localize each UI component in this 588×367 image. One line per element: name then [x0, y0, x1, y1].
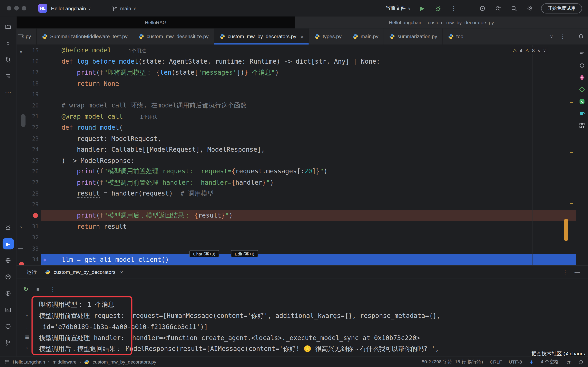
code-line-15[interactable]: 15@before_model1个用法: [17, 45, 576, 56]
caret-position[interactable]: 50:2 (298 字符, 16 行 换行符): [422, 359, 483, 365]
line-number[interactable]: 17: [17, 69, 39, 75]
code-line-26[interactable]: 26 print(f"模型调用前置处理 request: request={re…: [17, 166, 576, 177]
scroll-up-icon[interactable]: ↑: [26, 311, 28, 321]
breadcrumb-project[interactable]: HelloLangchain: [13, 359, 45, 365]
inspections-widget[interactable]: ⚠ 4 ⚠ 8 ∧ ∨: [510, 47, 548, 54]
code-with-me-icon[interactable]: [494, 4, 502, 12]
code-line-18[interactable]: 18 return None: [17, 78, 576, 89]
run-tool-icon[interactable]: ▶: [2, 238, 14, 249]
stop-icon[interactable]: ■: [35, 286, 41, 292]
pull-requests-tool-icon[interactable]: [2, 54, 14, 65]
line-number[interactable]: 25: [17, 158, 39, 164]
breadcrumb-file[interactable]: custom_mw_by_decorators.py: [93, 359, 156, 365]
code-line-17[interactable]: 17 print(f"即将调用模型： {len(state['messages'…: [17, 67, 576, 78]
code-line-21[interactable]: 21@wrap_model_call1个用法: [17, 111, 576, 122]
code-line-34[interactable]: 34◆llm = get_ali_model_client(): [17, 254, 576, 265]
problems-tool-icon[interactable]: [2, 320, 14, 332]
code-line-29[interactable]: 29: [17, 199, 576, 210]
ai-chat-button[interactable]: Chat (⌘+J): [190, 250, 219, 257]
structure-tool-icon[interactable]: [2, 70, 14, 82]
breadcrumb-folder[interactable]: middleware: [52, 359, 76, 365]
debug-button[interactable]: [434, 4, 442, 12]
settings-gear-icon[interactable]: [525, 4, 534, 12]
services-tool-icon[interactable]: [2, 288, 14, 299]
line-number[interactable]: 29: [17, 201, 39, 207]
ai-edit-button[interactable]: Edit (⌘+I): [231, 250, 258, 257]
tab-types.py[interactable]: types.py: [309, 29, 347, 45]
tab-s.py[interactable]: s.py: [17, 29, 37, 45]
notifications-bell-icon[interactable]: [578, 33, 584, 40]
rerun-icon[interactable]: ↻: [22, 286, 29, 293]
line-number[interactable]: 26: [17, 169, 39, 175]
project-selector[interactable]: HelloLangchain ∨: [51, 6, 91, 11]
file-encoding[interactable]: UTF-8: [509, 359, 522, 365]
tab-too[interactable]: too: [443, 29, 469, 45]
code-editor[interactable]: 15@before_model1个用法16def log_before_mode…: [17, 45, 576, 265]
plugin-gem-icon[interactable]: [578, 85, 586, 93]
commit-tool-icon[interactable]: [2, 38, 14, 49]
line-number[interactable]: 16: [17, 58, 39, 64]
prev-problem-icon[interactable]: ∧: [537, 48, 540, 53]
code-line-16[interactable]: 16def log_before_model(state: AgentState…: [17, 56, 576, 67]
next-problem-icon[interactable]: ∨: [543, 48, 546, 53]
fold-collapsed-icon[interactable]: ›: [20, 225, 22, 230]
tab-summarization.py[interactable]: summarization.py: [384, 29, 443, 45]
ai-assistant-gutter-icon[interactable]: ◆: [43, 257, 46, 262]
line-number[interactable]: 22: [17, 125, 39, 131]
hide-tool-window-icon[interactable]: —: [575, 269, 580, 275]
line-number[interactable]: 20: [17, 103, 39, 108]
zoom-window-button[interactable]: [22, 6, 26, 10]
project-tool-icon[interactable]: [2, 21, 14, 32]
branch-selector[interactable]: main ∨: [112, 5, 136, 11]
info-circle-icon[interactable]: [578, 359, 584, 365]
ai-star-icon[interactable]: [529, 359, 534, 365]
collapse-icon[interactable]: ›: [26, 342, 28, 353]
debug-tool-icon[interactable]: [2, 222, 14, 233]
fold-chevron-icon[interactable]: ∨: [20, 49, 23, 54]
code-line-27[interactable]: 27 print(f"模型调用前置处理 handler: handler={ha…: [17, 177, 576, 188]
scrollbar-mark[interactable]: [564, 219, 568, 241]
run-options-kebab-icon[interactable]: ⋮: [562, 269, 568, 275]
code-line-24[interactable]: 24 handler: Callable[[ModelRequest], Mod…: [17, 144, 576, 155]
plugin-cup-icon[interactable]: [578, 109, 586, 117]
code-line-22[interactable]: 22def round_model(: [17, 122, 576, 133]
code-line-19[interactable]: 19: [17, 89, 576, 100]
code-line-23[interactable]: 23 request: ModelRequest,: [17, 133, 576, 144]
minimize-window-button[interactable]: [14, 6, 19, 10]
scroll-down-icon[interactable]: ↓: [26, 321, 28, 332]
code-line-20[interactable]: 20# wrap_model_call 环绕, 在model调用前后都执行这个函…: [17, 100, 576, 111]
code-line-30[interactable]: print(f"模型调用后，模型返回结果： {result}"): [17, 210, 576, 221]
terminal-tool-icon[interactable]: [2, 304, 14, 315]
ai-actions-icon[interactable]: [578, 49, 586, 57]
line-number[interactable]: 27: [17, 179, 39, 185]
code-line-31[interactable]: 31 return result: [17, 221, 576, 232]
code-line-25[interactable]: 25) -> ModelResponse:: [17, 155, 576, 166]
line-number[interactable]: 34: [17, 257, 39, 262]
tab-main.py[interactable]: main.py: [347, 29, 384, 45]
tab-custom_mw_desensitize.py[interactable]: custom_mw_desensitize.py: [133, 29, 214, 45]
plugin-terminal-icon[interactable]: [578, 98, 586, 105]
packages-tool-icon[interactable]: [2, 271, 14, 282]
tab-list-chevron-icon[interactable]: ∨: [550, 34, 553, 39]
close-run-tab-icon[interactable]: ×: [120, 269, 123, 275]
breakpoint-icon[interactable]: [19, 262, 24, 265]
search-icon[interactable]: [510, 4, 518, 12]
line-number[interactable]: 24: [17, 147, 39, 152]
plugin-flower-icon[interactable]: [578, 73, 586, 81]
run-more-kebab-icon[interactable]: ⋮: [49, 286, 56, 293]
gutter-scroll-thumb[interactable]: [21, 114, 26, 127]
line-number[interactable]: 21: [17, 114, 39, 119]
line-number[interactable]: 18: [17, 81, 39, 86]
close-tab-icon[interactable]: ×: [301, 33, 303, 39]
usages-inlay-hint[interactable]: 1个用法: [140, 114, 158, 120]
line-number[interactable]: [17, 213, 39, 218]
run-tab[interactable]: custom_mw_by_decorators ×: [45, 269, 123, 275]
indent-setting[interactable]: 4 个空格: [541, 359, 559, 365]
code-line-33[interactable]: 33: [17, 243, 576, 254]
vcs-tool-icon[interactable]: [2, 337, 14, 348]
code-line-28[interactable]: 28 result = handler(request) # 调用模型: [17, 188, 576, 199]
background-window-titlebar[interactable]: HelloRAG: [17, 17, 295, 29]
code-line-32[interactable]: 32: [17, 232, 576, 243]
more-tool-windows-icon[interactable]: ⋯: [2, 87, 14, 98]
run-tool-window-title[interactable]: 运行: [26, 269, 37, 275]
